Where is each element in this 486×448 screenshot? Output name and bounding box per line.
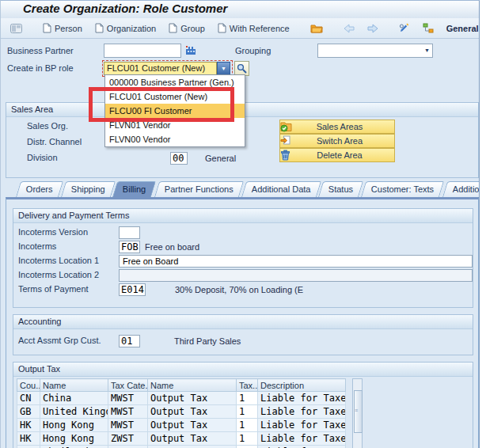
column-header-name2[interactable]: Name [148,379,237,392]
dropdown-item-flcu00[interactable]: FLCU00 FI Customer [105,104,245,118]
tab-orders[interactable]: Orders [16,181,63,197]
cell-tax-category[interactable]: MWST [108,405,148,419]
document-icon [169,23,177,33]
cell-country-name[interactable]: Thailand [40,446,108,448]
output-tax-group: Output Tax Cou... Name Tax Cate... Name … [13,362,473,448]
cell-tax-category[interactable]: ZWST [108,432,148,446]
cell-country[interactable]: TH [17,446,40,448]
tab-billing[interactable]: Billing [112,181,156,197]
tab-additional-data-2[interactable]: Additional Data [442,181,480,197]
incoterms-location1-label: Incoterms Location 1 [18,256,99,265]
cell-tax-category[interactable]: MWST [108,392,148,405]
accounting-group: Accounting Acct Assmt Grp Cust. 01 Third… [13,314,473,355]
sales-areas-button[interactable]: Sales Areas [279,120,395,134]
column-header-name[interactable]: Name [40,379,108,392]
bp-role-dropdown-list: 000000 Business Partner (Gen.) FLCU01 Cu… [104,74,245,147]
cell-tax-name[interactable]: Output Tax [148,405,237,419]
table-vertical-scrollbar[interactable]: ≡ [352,378,363,448]
delete-area-label: Delete Area [296,150,394,160]
tab-partner-functions[interactable]: Partner Functions [154,181,244,197]
column-header-tax[interactable]: Tax... [237,379,258,392]
incoterms-location2-input[interactable] [119,269,473,282]
terms-of-payment-description: 30% Deposit, 70% on Loading (E [175,283,303,297]
document-icon [43,23,51,33]
acct-assmt-grp-input[interactable]: 01 [119,335,140,347]
table-row: CN China MWST Output Tax 1 Liable for Ta… [17,392,346,405]
create-person-label: Person [55,24,82,33]
cell-tax-name[interactable]: Output Tax [148,392,237,405]
column-header-country[interactable]: Cou... [17,379,40,392]
cell-country[interactable]: GB [17,405,40,419]
incoterms-location2-label: Incoterms Location 2 [18,270,99,279]
division-input[interactable]: 00 [170,152,188,165]
cell-description[interactable]: Liable for Taxes [258,446,346,448]
with-reference-button[interactable]: With Reference [213,21,294,35]
forward-arrow-icon [367,24,378,33]
back-arrow-icon [344,24,355,33]
cell-tax-classification[interactable]: 1 [237,392,258,405]
cell-description[interactable]: Liable for Taxes [258,405,346,419]
dropdown-item-bp-gen[interactable]: 000000 Business Partner (Gen.) [105,75,245,89]
tab-status[interactable]: Status [318,181,363,197]
sales-org-label: Sales Org. [27,121,68,131]
delete-area-button[interactable]: Delete Area [279,148,395,162]
display-change-button[interactable] [394,21,415,35]
business-partner-input[interactable] [104,44,181,58]
grouping-label: Grouping [235,46,271,55]
column-header-tax-category[interactable]: Tax Cate... [108,379,148,392]
cell-tax-name[interactable]: Output Tax [148,432,237,446]
billing-tab-panel: Delivery and Payment Terms Incoterms Ver… [6,197,479,448]
column-header-description[interactable]: Description [258,379,346,392]
cell-country[interactable]: HK [17,419,40,432]
application-toolbar: Person Organization Group With Reference [1,18,479,39]
forward-button[interactable] [363,22,383,35]
magnifier-icon [237,63,247,74]
cell-country-name[interactable]: United Kingdom [40,405,108,419]
general-data-button[interactable]: General Data [442,22,480,35]
open-bp-button[interactable] [306,21,328,35]
incoterms-version-input[interactable] [119,226,140,239]
dropdown-item-flcu01[interactable]: FLCU01 Customer (New) [105,89,245,104]
terms-of-payment-input[interactable]: E014 [119,283,146,296]
cell-tax-name[interactable]: Output Tax [148,419,237,432]
cell-country[interactable]: CN [17,392,40,405]
org-chart-button[interactable] [418,21,439,35]
create-group-button[interactable]: Group [164,21,210,35]
chevron-down-icon[interactable]: ▼ [424,47,430,53]
business-partner-label: Business Partner [7,46,74,55]
dropdown-item-flvn01[interactable]: FLVN01 Vendor [105,118,245,132]
cell-tax-name[interactable]: Output Tax [148,446,237,448]
delivery-payment-header: Delivery and Payment Terms [13,209,473,223]
cell-description[interactable]: Liable for Taxes [258,392,346,405]
tab-customer-texts[interactable]: Customer: Texts [361,181,444,197]
table-row: HK Hong Kong MWST Output Tax 1 Liable fo… [17,419,346,432]
tab-additional-data[interactable]: Additional Data [241,181,321,197]
cell-description[interactable]: Liable for Taxes [258,432,346,446]
table-header-row: Cou... Name Tax Cate... Name Tax... Desc… [17,379,346,392]
cell-description[interactable]: Liable for Taxes [258,419,346,432]
incoterms-location1-input[interactable]: Free on Board [119,255,473,268]
cell-country-name[interactable]: Hong Kong [40,432,108,446]
cell-country-name[interactable]: Hong Kong [40,419,108,432]
sales-areas-label: Sales Areas [296,122,394,131]
cell-tax-category[interactable]: MWST [108,419,148,432]
layout-button[interactable] [6,22,27,35]
bp-role-value[interactable]: FLCU01 Customer (New) [104,62,217,75]
back-button[interactable] [339,22,359,35]
bp-role-dropdown-button[interactable]: ▼ [217,62,230,75]
grouping-combobox[interactable]: ▼ [317,44,433,58]
open-folder-icon [310,23,323,33]
cell-tax-classification[interactable]: 1 [237,419,258,432]
incoterms-input[interactable]: FOB [119,241,140,253]
dropdown-item-flvn00[interactable]: FLVN00 Vendor [105,132,245,146]
switch-area-button[interactable]: Switch Area [279,134,395,148]
cell-tax-classification[interactable]: 1 [237,432,258,446]
tab-shipping[interactable]: Shipping [61,181,116,197]
cell-tax-category[interactable]: MWST [108,446,148,448]
create-organization-button[interactable]: Organization [90,21,161,35]
cell-country[interactable]: HK [17,432,40,446]
create-person-button[interactable]: Person [38,21,87,35]
cell-tax-classification[interactable]: 1 [237,405,258,419]
cell-tax-classification[interactable]: 1 [237,446,258,448]
cell-country-name[interactable]: China [40,392,108,405]
